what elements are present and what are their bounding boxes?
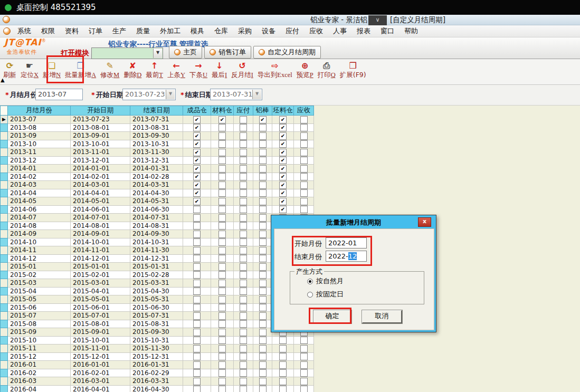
checkbox-unchecked[interactable] xyxy=(300,157,308,164)
checkbox-checked[interactable] xyxy=(193,140,201,148)
date-cell[interactable]: 2013-10-31 xyxy=(130,140,183,148)
checkbox-unchecked[interactable] xyxy=(240,378,247,385)
table-row[interactable]: 2015-052015-05-012015-05-31 xyxy=(1,295,314,304)
date-cell[interactable]: 2015-02-28 xyxy=(130,271,183,279)
row-selector-cell[interactable] xyxy=(1,222,8,230)
date-cell[interactable]: 2015-10 xyxy=(8,336,71,345)
checkbox-unchecked[interactable] xyxy=(300,165,308,173)
date-cell[interactable]: 2016-01-01 xyxy=(71,361,130,369)
dialog-start-month-input[interactable]: 2022-01 xyxy=(326,237,367,248)
checkbox-unchecked[interactable] xyxy=(240,312,247,320)
table-row[interactable]: 2015-062015-06-012015-06-30 xyxy=(1,303,314,312)
checkbox-unchecked[interactable] xyxy=(300,345,308,352)
row-selector-cell[interactable] xyxy=(1,279,8,288)
first-button[interactable]: ↑最前T xyxy=(144,61,165,79)
menu-item[interactable]: 生产 xyxy=(111,26,127,36)
date-cell[interactable]: 2016-02-29 xyxy=(130,369,183,377)
checkbox-unchecked[interactable] xyxy=(193,296,201,303)
menu-item[interactable]: 人事 xyxy=(332,26,348,36)
date-cell[interactable]: 2015-05-01 xyxy=(71,295,130,304)
menu-item[interactable]: 外加工 xyxy=(159,26,182,36)
modify-button[interactable]: ✎修改M xyxy=(98,61,121,79)
checkbox-unchecked[interactable] xyxy=(218,149,226,156)
date-cell[interactable]: 2015-06-01 xyxy=(71,303,130,312)
end-date-dropdown-arrow-icon[interactable]: ▼ xyxy=(252,90,261,99)
row-selector-cell[interactable] xyxy=(1,377,8,386)
extend-button[interactable]: ❒扩展(F9) xyxy=(338,61,368,79)
checkbox-unchecked[interactable] xyxy=(240,214,247,222)
checkbox-unchecked[interactable] xyxy=(193,329,201,336)
checkbox-unchecked[interactable] xyxy=(300,378,308,385)
checkbox-checked[interactable] xyxy=(193,173,201,180)
tab[interactable]: 主页 xyxy=(169,46,202,59)
date-cell[interactable]: 2014-02-01 xyxy=(71,173,130,181)
checkbox-unchecked[interactable] xyxy=(259,247,267,254)
row-selector-cell[interactable] xyxy=(1,140,8,148)
checkbox-unchecked[interactable] xyxy=(218,198,226,205)
checkbox-unchecked[interactable] xyxy=(259,132,267,140)
date-cell[interactable]: 2013-12-31 xyxy=(130,156,183,165)
checkbox-unchecked[interactable] xyxy=(218,288,226,295)
table-row[interactable]: 2014-042014-04-012014-04-30 xyxy=(1,189,314,197)
checkbox-unchecked[interactable] xyxy=(240,165,247,173)
date-cell[interactable]: 2016-02 xyxy=(8,369,71,377)
date-cell[interactable]: 2014-11-30 xyxy=(130,246,183,255)
refresh-button[interactable]: ⟳刷新 xyxy=(1,61,18,79)
checkbox-unchecked[interactable] xyxy=(259,124,267,131)
date-cell[interactable]: 2013-07-23 xyxy=(71,116,130,124)
table-row[interactable]: 2015-012015-01-012015-01-31 xyxy=(1,263,314,271)
column-header[interactable]: 铝棒 xyxy=(253,106,272,116)
checkbox-unchecked[interactable] xyxy=(259,263,267,271)
next-button[interactable]: →下条U xyxy=(187,61,210,79)
checkbox-unchecked[interactable] xyxy=(218,238,226,246)
date-cell[interactable]: 2015-04 xyxy=(8,287,71,295)
checkbox-unchecked[interactable] xyxy=(218,361,226,369)
checkbox-unchecked[interactable] xyxy=(218,329,226,336)
checkbox-unchecked[interactable] xyxy=(240,337,247,344)
checkbox-unchecked[interactable] xyxy=(259,280,267,287)
checkbox-unchecked[interactable] xyxy=(259,157,267,164)
checkbox-unchecked[interactable] xyxy=(218,353,226,360)
date-cell[interactable]: 2015-11-30 xyxy=(130,345,183,353)
checkbox-unchecked[interactable] xyxy=(240,132,247,140)
date-cell[interactable]: 2014-12-31 xyxy=(130,254,183,263)
row-selector-cell[interactable] xyxy=(1,205,8,214)
checkbox-unchecked[interactable] xyxy=(218,271,226,279)
date-cell[interactable]: 2015-02-01 xyxy=(71,271,130,279)
checkbox-unchecked[interactable] xyxy=(193,231,201,238)
checkbox-unchecked[interactable] xyxy=(218,345,226,352)
table-row[interactable]: 2015-122015-12-012015-12-31 xyxy=(1,352,314,361)
preview-button[interactable]: ⊕预览P xyxy=(294,61,316,79)
date-cell[interactable]: 2014-06 xyxy=(8,205,71,214)
checkbox-unchecked[interactable] xyxy=(193,247,201,254)
checkbox-unchecked[interactable] xyxy=(300,140,308,148)
checkbox-unchecked[interactable] xyxy=(240,288,247,295)
checkbox-unchecked[interactable] xyxy=(218,304,226,311)
date-cell[interactable]: 2014-04 xyxy=(8,189,71,197)
row-selector-cell[interactable] xyxy=(1,230,8,238)
date-cell[interactable]: 2014-05 xyxy=(8,197,71,206)
checkbox-unchecked[interactable] xyxy=(259,255,267,262)
date-cell[interactable]: 2016-03 xyxy=(8,377,71,386)
checkbox-unchecked[interactable] xyxy=(193,345,201,352)
date-cell[interactable]: 2014-05-01 xyxy=(71,197,130,206)
radio-unselected-icon[interactable] xyxy=(307,292,313,298)
date-cell[interactable]: 2014-04-30 xyxy=(130,189,183,197)
checkbox-unchecked[interactable] xyxy=(193,255,201,262)
checkbox-unchecked[interactable] xyxy=(259,198,267,205)
checkbox-unchecked[interactable] xyxy=(240,329,247,336)
date-cell[interactable]: 2015-11 xyxy=(8,345,71,353)
row-selector-cell[interactable] xyxy=(1,336,8,345)
date-cell[interactable]: 2013-07-31 xyxy=(130,116,183,124)
export-excel-button[interactable]: ⇨导出到Excel xyxy=(255,61,294,79)
date-cell[interactable]: 2015-05-31 xyxy=(130,295,183,304)
checkbox-unchecked[interactable] xyxy=(240,361,247,369)
checkbox-checked[interactable] xyxy=(193,181,201,189)
checkbox-unchecked[interactable] xyxy=(259,296,267,303)
checkbox-unchecked[interactable] xyxy=(240,386,247,392)
date-cell[interactable]: 2015-07-31 xyxy=(130,312,183,320)
checkbox-unchecked[interactable] xyxy=(218,132,226,140)
table-row[interactable]: 2014-012014-01-012014-01-31 xyxy=(1,165,314,173)
checkbox-unchecked[interactable] xyxy=(300,173,308,180)
dialog-close-button[interactable]: x xyxy=(418,217,431,227)
